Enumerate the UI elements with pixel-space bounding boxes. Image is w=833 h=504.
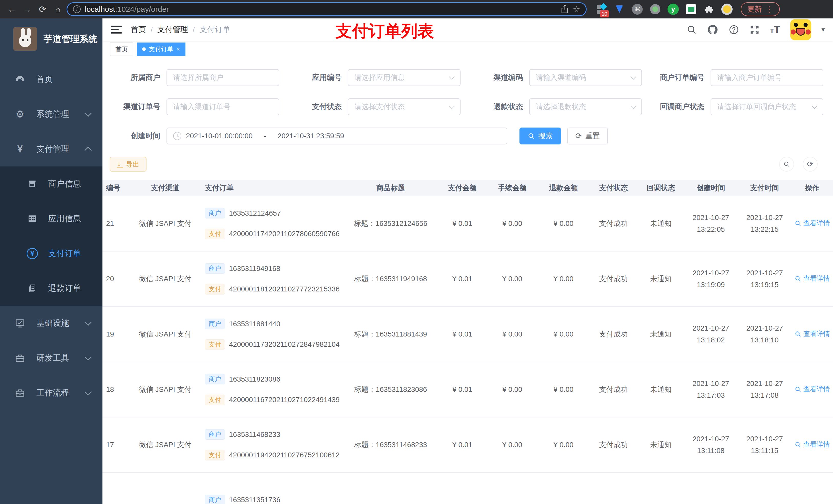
filter-label: 渠道订单号 xyxy=(108,102,166,112)
table-row: 20 微信 JSAPI 支付 商户1635311949168 支付4200001… xyxy=(102,251,833,307)
col-refund: 退款金额 xyxy=(538,183,589,193)
view-detail-link[interactable]: 查看详情 xyxy=(794,219,830,228)
browser-update-button[interactable]: 更新 ⋮ xyxy=(741,2,780,16)
cell-actions: 查看详情 xyxy=(791,385,833,394)
merchant-order-input[interactable] xyxy=(711,69,823,86)
pay-tag: 支付 xyxy=(205,284,225,294)
breadcrumb-payment[interactable]: 支付管理 xyxy=(157,24,188,35)
search-icon xyxy=(528,133,535,140)
cell-actions: 查看详情 xyxy=(791,274,833,284)
tab-manager-extension-icon[interactable]: 10 xyxy=(596,4,607,15)
channel-order-input[interactable] xyxy=(166,98,279,115)
font-size-icon[interactable]: TT xyxy=(770,24,780,35)
filter-label: 支付状态 xyxy=(289,102,348,112)
filter-label: 退款状态 xyxy=(470,102,529,112)
cell-id: 17 xyxy=(102,441,130,449)
extensions-puzzle-icon[interactable] xyxy=(704,4,715,15)
cell-status: 支付成功 xyxy=(589,219,638,229)
tab-label: 首页 xyxy=(116,45,128,53)
chat-extension-icon[interactable] xyxy=(686,4,697,15)
sidebar-item-label: 基础设施 xyxy=(37,317,86,329)
refresh-icon: ⟳ xyxy=(575,132,582,140)
cell-channel: 微信 JSAPI 支付 xyxy=(130,329,200,339)
app-select[interactable] xyxy=(348,69,460,86)
cell-title: 标题：1635312124656 xyxy=(343,219,438,229)
view-detail-link[interactable]: 查看详情 xyxy=(794,274,830,283)
y-extension-icon[interactable]: y xyxy=(668,4,679,15)
sidebar-toggle-icon[interactable] xyxy=(111,26,122,33)
cell-order: 商户1635311881440 支付4200001173202110272847… xyxy=(200,318,343,350)
page-annotation-title: 支付订单列表 xyxy=(336,20,434,42)
sidebar-item-devtools[interactable]: 研发工具 xyxy=(0,341,102,376)
pay-tag: 支付 xyxy=(205,339,225,350)
fullscreen-icon[interactable] xyxy=(749,25,760,35)
sketch-extension-icon[interactable] xyxy=(614,4,625,15)
sidebar-item-label: 退款订单 xyxy=(48,283,81,294)
forward-icon[interactable]: → xyxy=(21,3,34,16)
sidebar-item-system[interactable]: ⚙ 系统管理 xyxy=(0,97,102,131)
home-icon[interactable]: ⌂ xyxy=(51,3,65,16)
col-actions: 操作 xyxy=(791,183,833,193)
github-icon[interactable] xyxy=(707,24,718,35)
update-label: 更新 xyxy=(747,4,762,14)
cell-title: 标题：1635311881439 xyxy=(343,329,438,339)
breadcrumb-home[interactable]: 首页 xyxy=(130,24,146,35)
browser-menu-icon[interactable]: ⋮ xyxy=(765,5,773,14)
bookmark-star-icon[interactable]: ☆ xyxy=(573,4,580,14)
pay-order-no: 4200001167202110271022491439 xyxy=(229,396,340,404)
cell-refund: ¥ 0.00 xyxy=(538,219,589,228)
breadcrumb: 首页 / 支付管理 / 支付订单 xyxy=(130,24,230,35)
merchant-select[interactable] xyxy=(166,69,279,86)
cell-pay-time: 2021-10-2713:11:15 xyxy=(738,435,791,455)
view-detail-link[interactable]: 查看详情 xyxy=(794,385,830,393)
tab-home[interactable]: 首页 xyxy=(110,43,133,56)
address-bar[interactable]: i localhost:1024/pay/order ☆ xyxy=(67,2,587,16)
table-refresh-icon[interactable]: ⟳ xyxy=(803,157,818,172)
emoji-extension-icon[interactable] xyxy=(721,4,733,15)
export-button[interactable]: 导出 xyxy=(110,157,146,172)
back-icon[interactable]: ← xyxy=(5,3,19,16)
notify-status-select[interactable] xyxy=(711,98,823,115)
help-icon[interactable] xyxy=(729,24,739,35)
dashboard-icon xyxy=(14,74,26,85)
refund-status-select[interactable] xyxy=(529,98,642,115)
share-icon[interactable] xyxy=(561,5,569,14)
reload-icon[interactable]: ⟳ xyxy=(36,3,49,16)
create-time-range-picker[interactable]: 2021-10-01 00:00:00 - 2021-10-31 23:59:5… xyxy=(166,127,507,144)
search-icon[interactable] xyxy=(687,25,697,35)
command-extension-icon[interactable]: ⌘ xyxy=(632,4,643,15)
cell-order: 商户1635312124657 支付4200001174202110278060… xyxy=(200,208,343,239)
search-button[interactable]: 搜索 xyxy=(520,127,561,144)
sidebar-item-refund-order[interactable]: 退款订单 xyxy=(0,271,102,306)
magnifier-icon xyxy=(794,275,801,282)
avatar-caret-icon[interactable]: ▾ xyxy=(822,26,825,33)
view-detail-link[interactable]: 查看详情 xyxy=(794,440,830,449)
cell-create-time: 2021-10-2713:18:02 xyxy=(684,324,738,344)
sidebar-item-pay-order[interactable]: ¥ 支付订单 xyxy=(0,236,102,271)
pay-status-select[interactable] xyxy=(348,98,460,115)
sidebar-item-workflow[interactable]: 工作流程 xyxy=(0,376,102,410)
sidebar-item-home[interactable]: 首页 xyxy=(0,62,102,97)
sidebar-item-payment[interactable]: ¥ 支付管理 xyxy=(0,131,102,166)
tab-close-icon[interactable]: × xyxy=(176,46,180,53)
recorder-extension-icon[interactable] xyxy=(649,4,661,15)
view-detail-link[interactable]: 查看详情 xyxy=(794,329,830,338)
table-search-toggle-icon[interactable] xyxy=(779,157,794,172)
pay-order-table: 编号 支付渠道 支付订单 商品标题 支付金额 手续金额 退款金额 支付状态 回调… xyxy=(102,180,833,504)
sidebar-item-infra[interactable]: 基础设施 xyxy=(0,306,102,341)
channel-code-select[interactable] xyxy=(529,69,642,86)
magnifier-icon xyxy=(794,441,801,448)
reset-button[interactable]: ⟳ 重置 xyxy=(567,127,608,144)
cell-fee: ¥ 0.00 xyxy=(487,275,538,283)
filter-label: 应用编号 xyxy=(289,72,348,83)
sidebar-item-merchant-info[interactable]: 商户信息 xyxy=(0,166,102,201)
site-info-icon[interactable]: i xyxy=(73,5,81,13)
tab-pay-order[interactable]: 支付订单 × xyxy=(137,43,186,56)
url-text[interactable]: localhost:1024/pay/order xyxy=(85,5,557,14)
browser-toolbar: ← → ⟳ ⌂ i localhost:1024/pay/order ☆ 10 … xyxy=(0,0,833,19)
cell-notify: 未通知 xyxy=(638,274,684,284)
breadcrumb-separator: / xyxy=(193,25,195,34)
sidebar-item-app-info[interactable]: 应用信息 xyxy=(0,201,102,236)
pay-order-no: 4200001174202110278060590766 xyxy=(229,230,340,238)
user-avatar[interactable] xyxy=(790,19,811,40)
